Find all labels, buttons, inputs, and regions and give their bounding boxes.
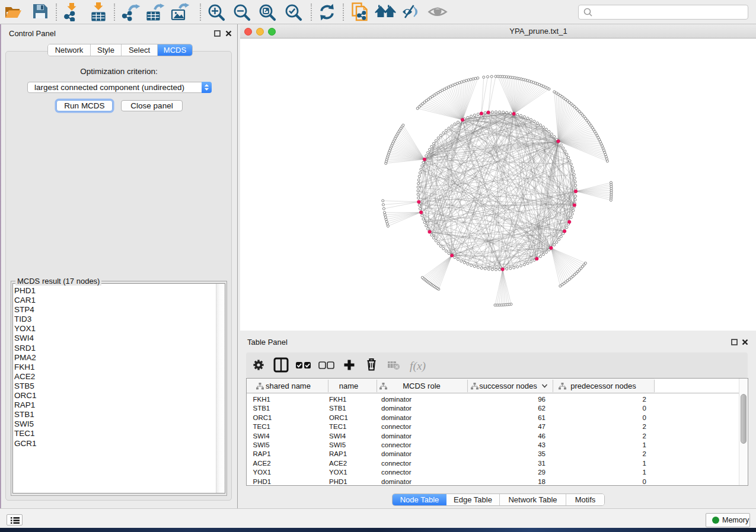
svg-text:f(x): f(x) xyxy=(410,360,426,373)
